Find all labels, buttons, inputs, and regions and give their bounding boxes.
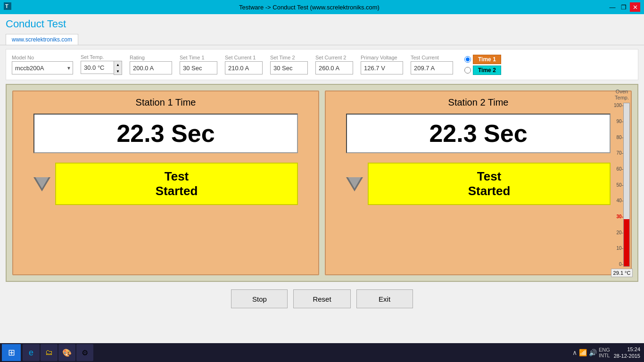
ie-icon: e — [29, 348, 33, 358]
oven-temp-area: OvenTemp. 100- 90- 80- 70- 60- 50- 40- 3… — [610, 89, 634, 277]
tick-0: 0- — [619, 262, 623, 267]
locale-display: ENGINTL — [599, 347, 610, 358]
minimize-button[interactable]: — — [607, 2, 618, 12]
test-current-label: Test Current — [411, 55, 439, 60]
tick-20: 20- — [617, 230, 623, 235]
time1-radio[interactable] — [464, 56, 471, 63]
time2-label[interactable]: Time 2 — [473, 66, 501, 75]
station1-title: Station 1 Time — [136, 97, 196, 108]
set-temp-arrows: ▲ ▼ — [114, 61, 122, 75]
station1-status-badge: TestStarted — [55, 163, 298, 205]
exit-button[interactable]: Exit — [356, 289, 413, 308]
station2-status-text: TestStarted — [468, 169, 511, 198]
set-current1-value: 210.0 A — [225, 61, 263, 74]
set-current2-value: 260.0 A — [315, 61, 353, 74]
tick-70: 70- — [617, 150, 623, 156]
oven-thermometer: 100- 90- 80- 70- 60- 50- 40- 30- 20- 10-… — [610, 103, 634, 267]
taskbar-settings-button[interactable]: ⚙ — [76, 344, 93, 361]
explorer-icon: 🗂 — [45, 348, 53, 357]
model-no-group: Model No mccb200A ▼ — [12, 55, 73, 74]
settings-icon: ⚙ — [82, 348, 88, 357]
controls-area: Model No mccb200A ▼ Set Temp. ▲ ▼ Rating — [6, 49, 638, 80]
taskbar-explorer-button[interactable]: 🗂 — [41, 344, 58, 361]
title-bar-icon: T — [4, 2, 11, 12]
station2-title: Station 2 Time — [448, 97, 509, 108]
time2-radio[interactable] — [464, 67, 471, 74]
stop-button[interactable]: Stop — [231, 289, 288, 308]
taskbar-tray: ∧ 📶 🔊 ENGINTL 15:24 28-12-2015 — [570, 346, 642, 360]
tick-50: 50- — [617, 182, 623, 188]
tick-40: 40- — [617, 198, 623, 203]
set-temp-label: Set Temp. — [81, 54, 104, 60]
set-current1-label: Set Current 1 — [225, 55, 256, 60]
set-current2-group: Set Current 2 260.0 A — [315, 55, 353, 74]
test-current-value: 209.7 A — [411, 61, 453, 74]
tick-90: 90- — [617, 119, 623, 124]
oven-temp-value: 29.1 °C — [611, 269, 633, 277]
window-title: Testware -> Conduct Test (www.screlektro… — [11, 4, 607, 11]
model-no-wrapper: mccb200A ▼ — [12, 61, 73, 74]
set-temp-group: Set Temp. ▲ ▼ — [81, 54, 122, 75]
set-time2-group: Set Time 2 30 Sec — [270, 55, 308, 74]
tick-60: 60- — [617, 166, 623, 172]
primary-voltage-value: 126.7 V — [361, 61, 403, 74]
primary-voltage-label: Primary Voltage — [361, 55, 397, 60]
main-test-area: Station 1 Time 22.3 Sec TestStarted Stat… — [6, 84, 638, 282]
rating-value: 200.0 A — [130, 61, 172, 74]
tab-bar: www.screlektroniks.com — [0, 32, 644, 45]
taskbar: ⊞ e 🗂 🎨 ⚙ ∧ 📶 🔊 ENGINTL 15:24 28-12-2015 — [0, 343, 644, 362]
station1-card: Station 1 Time 22.3 Sec TestStarted — [12, 90, 319, 275]
model-no-label: Model No — [12, 55, 34, 60]
taskbar-paint-button[interactable]: 🎨 — [58, 344, 75, 361]
oven-bar-fill — [624, 219, 629, 266]
rating-label: Rating — [130, 55, 145, 60]
primary-voltage-group: Primary Voltage 126.7 V — [361, 55, 403, 74]
tick-100: 100- — [614, 103, 623, 108]
oven-bar-bg — [623, 103, 630, 267]
restore-button[interactable]: ❐ — [619, 2, 629, 12]
set-current1-group: Set Current 1 210.0 A — [225, 55, 263, 74]
set-time2-value: 30 Sec — [270, 61, 308, 74]
chevron-up-icon: ∧ — [572, 349, 577, 356]
network-icon: 📶 — [579, 349, 587, 356]
window-controls: — ❐ ✕ — [607, 2, 640, 12]
model-no-select[interactable]: mccb200A — [12, 61, 73, 74]
station2-status-area: TestStarted — [346, 163, 611, 205]
set-time1-value: 30 Sec — [180, 61, 217, 74]
station2-card: Station 2 Time 22.3 Sec TestStarted — [325, 90, 632, 275]
reset-button[interactable]: Reset — [293, 289, 350, 308]
title-bar: T Testware -> Conduct Test (www.screlekt… — [0, 0, 644, 14]
set-current2-label: Set Current 2 — [315, 55, 346, 60]
speaker-icon: 🔊 — [589, 349, 597, 356]
set-time1-label: Set Time 1 — [180, 55, 205, 60]
windows-icon: ⊞ — [8, 347, 15, 358]
time1-radio-item: Time 1 — [464, 55, 501, 64]
tick-80: 80- — [617, 135, 623, 140]
station2-status-badge: TestStarted — [368, 163, 611, 205]
station2-time-value: 22.3 Sec — [429, 120, 527, 147]
close-button[interactable]: ✕ — [630, 2, 640, 12]
time-radio-group: Time 1 Time 2 — [464, 55, 501, 75]
station1-indicator-icon — [33, 175, 50, 192]
start-button[interactable]: ⊞ — [2, 344, 21, 361]
station1-time-value: 22.3 Sec — [116, 120, 215, 147]
time1-label[interactable]: Time 1 — [473, 55, 501, 64]
test-current-group: Test Current 209.7 A — [411, 55, 453, 74]
time-display: 15:24 — [627, 346, 640, 353]
set-temp-input[interactable] — [81, 61, 114, 74]
svg-text:T: T — [5, 3, 8, 9]
time2-radio-item: Time 2 — [464, 66, 501, 75]
set-temp-up-button[interactable]: ▲ — [114, 61, 122, 68]
set-temp-down-button[interactable]: ▼ — [114, 68, 122, 74]
app-header: Conduct Test — [0, 14, 644, 32]
page-title: Conduct Test — [6, 18, 638, 30]
paint-icon: 🎨 — [62, 348, 72, 357]
taskbar-ie-button[interactable]: e — [23, 344, 40, 361]
date-display: 28-12-2015 — [614, 353, 640, 359]
tab-screlektroniks[interactable]: www.screlektroniks.com — [6, 34, 78, 45]
station1-time-display: 22.3 Sec — [33, 114, 298, 153]
set-time1-group: Set Time 1 30 Sec — [180, 55, 217, 74]
oven-label: OvenTemp. — [615, 89, 629, 101]
set-time2-label: Set Time 2 — [270, 55, 295, 60]
station1-status-area: TestStarted — [33, 163, 298, 205]
